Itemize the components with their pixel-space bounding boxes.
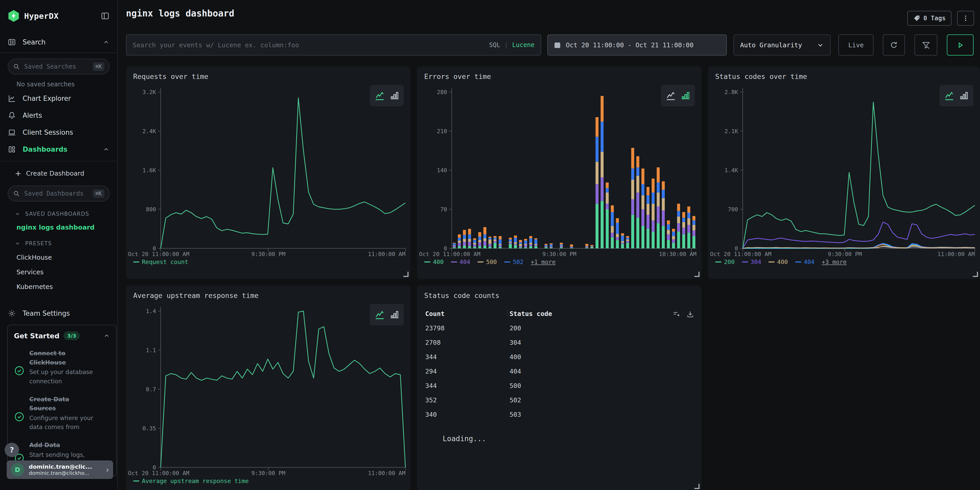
event-search-input[interactable] bbox=[126, 41, 541, 49]
get-started-step[interactable]: Create Data Sources Configure where your… bbox=[14, 395, 110, 432]
cell-status-code: 503 bbox=[509, 411, 521, 418]
panel-resize-handle[interactable] bbox=[694, 484, 700, 489]
shortcut-badge: ⌘K bbox=[93, 62, 104, 71]
help-button[interactable]: ? bbox=[5, 443, 19, 457]
user-menu[interactable]: D dominic.tran@clic... dominic.tran@clic… bbox=[7, 460, 113, 479]
sql-mode-button[interactable]: SQL bbox=[489, 41, 500, 49]
saved-dashboards-group-header[interactable]: SAVED DASHBOARDS bbox=[14, 211, 117, 217]
legend-item[interactable]: 404 bbox=[451, 259, 471, 265]
sidebar-item-alerts[interactable]: Alerts bbox=[0, 107, 117, 124]
panel-status-codes-over-time: Status codes over time 2.8K2.1K1.4K7000O… bbox=[708, 66, 980, 279]
brand-name: HyperDX bbox=[24, 11, 59, 21]
page-title: nginx logs dashboard bbox=[126, 8, 234, 19]
legend-item[interactable]: Request count bbox=[133, 259, 188, 265]
upstream-response-chart[interactable]: 1.41.10.70.350Oct 20 11:00:00 AM9:30:00 … bbox=[126, 285, 410, 490]
legend-item[interactable]: 304 bbox=[742, 259, 762, 265]
saved-dashboards-input[interactable]: ⌘K bbox=[8, 186, 110, 202]
step-title: Add Data bbox=[29, 442, 60, 449]
svg-text:9:30:00 PM: 9:30:00 PM bbox=[542, 251, 576, 257]
step-desc: Set up your database connection bbox=[29, 368, 97, 386]
panel-resize-handle[interactable] bbox=[694, 272, 700, 277]
sidebar-preset-services[interactable]: Services bbox=[16, 268, 117, 276]
refresh-button[interactable] bbox=[883, 35, 905, 56]
sidebar-preset-kubernetes[interactable]: Kubernetes bbox=[16, 283, 117, 291]
step-title: Create Data Sources bbox=[29, 396, 69, 412]
collapse-sidebar-icon[interactable] bbox=[101, 11, 110, 20]
chevron-up-icon[interactable] bbox=[103, 39, 110, 46]
table-row[interactable]: 344500 bbox=[417, 382, 702, 396]
tags-button[interactable]: 0 Tags bbox=[907, 11, 951, 26]
more-options-button[interactable] bbox=[957, 11, 974, 26]
sidebar-item-dashboards[interactable]: Dashboards bbox=[0, 141, 117, 158]
search-section-icon bbox=[8, 38, 16, 46]
sort-columns-icon[interactable] bbox=[672, 310, 681, 318]
legend-item[interactable]: Average upstream response time bbox=[133, 478, 248, 484]
table-row[interactable]: 340503 bbox=[417, 411, 702, 425]
sidebar-dashboard-nginx-logs[interactable]: nginx logs dashboard bbox=[16, 224, 117, 231]
svg-text:11:00:00 AM: 11:00:00 AM bbox=[368, 470, 406, 476]
event-search-bar[interactable]: SQL | Lucene bbox=[126, 35, 541, 56]
table-row[interactable]: 352502 bbox=[417, 396, 702, 411]
column-header-count[interactable]: Count bbox=[425, 310, 444, 318]
granularity-select[interactable]: Auto Granularity bbox=[733, 35, 830, 56]
table-row[interactable]: 294404 bbox=[417, 368, 702, 382]
run-query-button[interactable] bbox=[947, 35, 974, 56]
panel-resize-handle[interactable] bbox=[973, 272, 978, 277]
legend-item[interactable]: 502 bbox=[504, 259, 524, 265]
svg-text:210: 210 bbox=[437, 128, 447, 134]
svg-text:1.6K: 1.6K bbox=[142, 167, 156, 173]
live-button[interactable]: Live bbox=[838, 35, 873, 56]
svg-text:Oct 20 11:00:00 AM: Oct 20 11:00:00 AM bbox=[128, 470, 189, 476]
svg-text:1.4K: 1.4K bbox=[724, 167, 738, 173]
chart-legend: Request count bbox=[133, 259, 188, 265]
legend-item[interactable]: 200 bbox=[715, 259, 735, 265]
cell-status-code: 404 bbox=[509, 368, 521, 375]
saved-searches-input[interactable]: ⌘K bbox=[8, 59, 110, 75]
cell-count: 23798 bbox=[425, 325, 444, 332]
legend-item[interactable]: 400 bbox=[424, 259, 444, 265]
chevron-up-icon[interactable] bbox=[103, 332, 110, 339]
date-range-picker[interactable]: Oct 20 11:00:00 - Oct 21 11:00:00 bbox=[547, 35, 727, 56]
table-row[interactable]: 2708304 bbox=[417, 339, 702, 353]
sidebar-item-chart-explorer[interactable]: Chart Explorer bbox=[0, 90, 117, 107]
panel-avg-upstream-response: Average upstream response time 1.41.10.7… bbox=[126, 285, 410, 490]
svg-text:11:00:00 AM: 11:00:00 AM bbox=[937, 251, 975, 257]
sidebar-preset-clickhouse[interactable]: ClickHouse bbox=[16, 254, 117, 261]
presets-group-header[interactable]: PRESETS bbox=[14, 240, 117, 247]
group-label: PRESETS bbox=[25, 240, 52, 247]
saved-dashboards-field[interactable] bbox=[24, 190, 93, 197]
cell-status-code: 502 bbox=[509, 396, 521, 404]
lucene-mode-button[interactable]: Lucene bbox=[512, 41, 535, 49]
download-icon[interactable] bbox=[686, 310, 694, 318]
requests-chart[interactable]: 3.2K2.4K1.6K8000Oct 20 11:00:00 AM9:30:0… bbox=[126, 66, 410, 279]
chevron-up-icon[interactable] bbox=[103, 146, 110, 153]
sidebar-item-client-sessions[interactable]: Client Sessions bbox=[0, 124, 117, 141]
shortcut-badge: ⌘K bbox=[93, 189, 104, 198]
get-started-title: Get Started bbox=[14, 332, 59, 340]
errors-chart[interactable]: 280210140700Oct 20 11:00:00 AM9:30:00 PM… bbox=[417, 66, 702, 279]
panel-resize-handle[interactable] bbox=[403, 272, 409, 277]
saved-searches-field[interactable] bbox=[24, 63, 93, 70]
create-dashboard-button[interactable]: + Create Dashboard bbox=[0, 165, 117, 181]
table-row[interactable]: 23798200 bbox=[417, 325, 702, 339]
legend-item[interactable]: 400 bbox=[768, 259, 788, 265]
team-settings-button[interactable]: Team Settings bbox=[0, 305, 117, 322]
status-codes-chart[interactable]: 2.8K2.1K1.4K7000Oct 20 11:00:00 AM9:30:0… bbox=[708, 66, 980, 279]
svg-text:11:00:00 AM: 11:00:00 AM bbox=[368, 251, 406, 257]
main-content: nginx logs dashboard 0 Tags SQL | Lucene… bbox=[118, 0, 980, 490]
get-started-step[interactable]: Connect to ClickHouse Set up your databa… bbox=[14, 349, 110, 386]
hyperdx-logo-icon bbox=[8, 10, 19, 22]
step-desc: Configure where your data comes from bbox=[29, 414, 97, 432]
filter-button[interactable] bbox=[915, 35, 937, 56]
legend-item[interactable]: 500 bbox=[477, 259, 497, 265]
chevron-down-icon bbox=[14, 211, 21, 217]
column-header-status-code[interactable]: Status code bbox=[509, 310, 552, 318]
legend-item[interactable]: 404 bbox=[795, 259, 815, 265]
sidebar-section-search[interactable]: Search bbox=[0, 32, 117, 53]
legend-more-link[interactable]: +3 more bbox=[822, 259, 846, 265]
table-row[interactable]: 344400 bbox=[417, 353, 702, 368]
svg-text:0.35: 0.35 bbox=[142, 425, 156, 432]
create-dashboard-label: Create Dashboard bbox=[26, 170, 84, 177]
check-circle-icon bbox=[14, 356, 25, 386]
legend-more-link[interactable]: +1 more bbox=[531, 259, 555, 265]
